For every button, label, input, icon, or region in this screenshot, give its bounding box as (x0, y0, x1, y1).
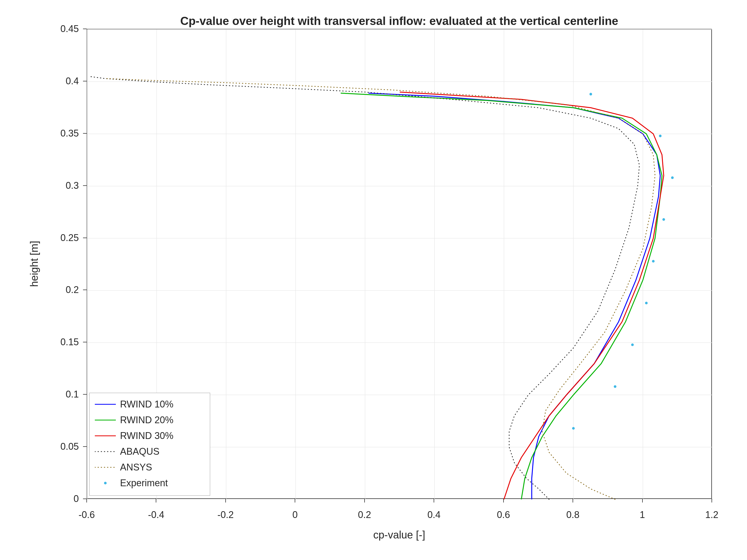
x-tick (642, 499, 643, 503)
svg-point-28 (589, 93, 592, 96)
legend-item: RWIND 10% (95, 397, 173, 411)
y-tick (83, 29, 87, 29)
x-tick (712, 499, 712, 503)
x-tick (295, 499, 295, 503)
svg-point-22 (631, 343, 634, 346)
x-tick-label: 0.4 (427, 509, 440, 521)
y-tick-label: 0.25 (60, 232, 79, 243)
x-tick-label: 0.2 (358, 509, 371, 521)
y-tick-label: 0.05 (60, 441, 79, 452)
y-axis-label: height [m] (28, 241, 40, 287)
x-tick (364, 499, 365, 503)
legend-label: RWIND 20% (120, 415, 173, 426)
legend-swatch (95, 397, 116, 411)
y-tick (83, 133, 87, 134)
legend-item: ANSYS (95, 460, 152, 474)
x-tick-label: -0.6 (79, 509, 95, 521)
svg-point-23 (645, 302, 648, 304)
legend-swatch (95, 429, 116, 443)
figure: Cp-value over height with transversal in… (0, 0, 747, 560)
legend-item: RWIND 30% (95, 429, 173, 443)
x-tick (434, 499, 434, 503)
x-tick (225, 499, 226, 503)
y-tick-label: 0.35 (60, 128, 79, 139)
x-axis-label: cp-value [-] (373, 529, 425, 541)
y-tick-label: 0.45 (60, 23, 79, 34)
y-tick-label: 0 (74, 493, 79, 504)
x-tick (503, 499, 504, 503)
y-tick (83, 238, 87, 238)
svg-point-26 (671, 177, 674, 179)
y-tick-label: 0.3 (66, 180, 79, 191)
x-tick-label: -0.2 (217, 509, 234, 521)
x-tick-label: 1.2 (705, 509, 718, 521)
x-tick (573, 499, 573, 503)
x-tick-label: 1 (640, 509, 645, 521)
y-tick (83, 446, 87, 447)
y-tick (83, 290, 87, 290)
legend-label: RWIND 10% (120, 399, 173, 410)
x-tick-label: 0 (292, 509, 298, 521)
chart-title: Cp-value over height with transversal in… (180, 15, 618, 28)
svg-point-25 (663, 218, 665, 221)
y-tick (83, 81, 87, 81)
y-tick (83, 394, 87, 395)
legend-swatch (95, 476, 116, 490)
legend-swatch (95, 413, 116, 427)
legend-label: Experiment (120, 478, 168, 488)
x-tick-label: 0.8 (566, 509, 579, 521)
y-tick-label: 0.15 (60, 337, 79, 348)
legend-swatch (95, 460, 116, 474)
x-tick-label: 0.6 (497, 509, 510, 521)
legend-label: ABAQUS (120, 446, 159, 457)
legend-item: ABAQUS (95, 445, 159, 459)
svg-point-21 (614, 385, 616, 388)
legend: RWIND 10%RWIND 20%RWIND 30%ABAQUSANSYSEx… (89, 393, 210, 496)
y-tick (83, 342, 87, 342)
svg-point-27 (659, 135, 662, 137)
x-tick (156, 499, 156, 503)
x-tick-label: -0.4 (148, 509, 164, 521)
x-tick (86, 499, 87, 503)
legend-swatch (95, 445, 116, 459)
svg-point-20 (572, 427, 575, 430)
y-tick-label: 0.4 (66, 76, 79, 87)
y-tick-label: 0.2 (66, 284, 79, 295)
y-tick-label: 0.1 (66, 389, 79, 400)
legend-item: Experiment (95, 476, 168, 490)
legend-item: RWIND 20% (95, 413, 173, 427)
legend-label: RWIND 30% (120, 430, 173, 441)
y-tick (83, 499, 87, 499)
legend-label: ANSYS (120, 462, 152, 473)
svg-point-24 (652, 260, 654, 263)
y-tick (83, 185, 87, 186)
